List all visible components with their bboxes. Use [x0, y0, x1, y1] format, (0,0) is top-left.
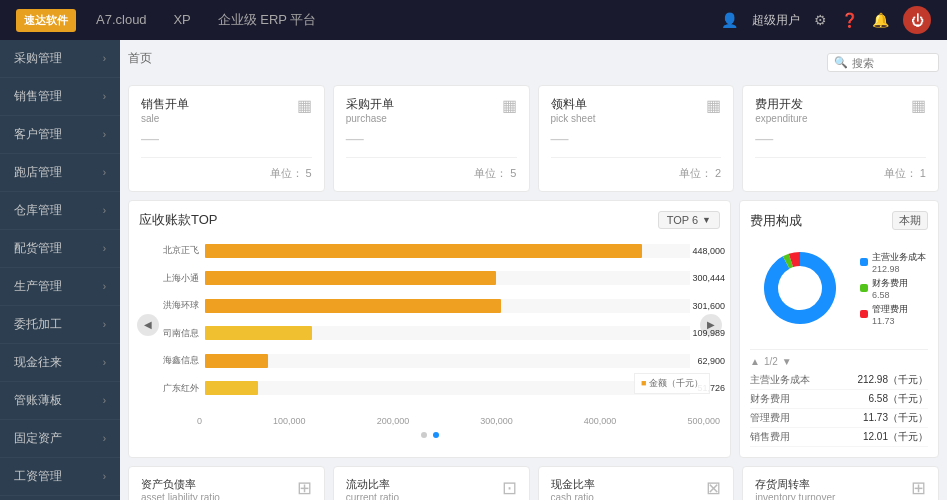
bar-label: 海鑫信息	[147, 354, 199, 367]
donut-svg	[750, 238, 850, 341]
card-subtitle: expenditure	[755, 113, 807, 124]
chart-prev-button[interactable]: ◀	[137, 314, 159, 336]
main-content: 首页 🔍 销售开单 sale ▦ — 单位： 5 采购开单 purchase ▦	[120, 40, 947, 500]
breadcrumb: 首页	[128, 48, 152, 69]
card-title: 费用开发	[755, 96, 807, 113]
card-dash: —	[141, 128, 312, 149]
card-subtitle: pick sheet	[551, 113, 596, 124]
username-label: 超级用户	[752, 12, 800, 29]
card-footer: 单位： 5	[346, 166, 517, 181]
app-logo: 速达软件	[16, 9, 76, 32]
legend-color-dot	[860, 258, 868, 266]
metric-title: 资产负债率	[141, 477, 220, 492]
top-cards-row: 销售开单 sale ▦ — 单位： 5 采购开单 purchase ▦ — 单位…	[128, 85, 939, 192]
metric-subtitle: asset liability ratio	[141, 492, 220, 500]
bar-value: 300,444	[692, 273, 725, 283]
sidebar-item-客户管理[interactable]: 客户管理›	[0, 116, 120, 154]
bar-row: 上海小通 300,444	[147, 267, 690, 289]
metric-header: 流动比率 current ratio ⊡	[346, 477, 517, 500]
bar-chart-header: 应收账款TOP TOP 6 ▼	[139, 211, 720, 229]
legend-color-dot	[860, 310, 868, 318]
donut-period-selector[interactable]: 本期	[892, 211, 928, 230]
metric-icon: ⊞	[911, 477, 926, 499]
card-divider	[346, 157, 517, 158]
card-divider	[141, 157, 312, 158]
donut-stat-row: 主营业务成本 212.98（千元）	[750, 371, 928, 390]
top-card-采购开单: 采购开单 purchase ▦ — 单位： 5	[333, 85, 530, 192]
card-icon: ▦	[706, 96, 721, 115]
main-layout: 采购管理›销售管理›客户管理›跑店管理›仓库管理›配货管理›生产管理›委托加工›…	[0, 40, 947, 500]
sidebar-item-配货管理[interactable]: 配货管理›	[0, 230, 120, 268]
chart-dot[interactable]	[433, 432, 439, 438]
bar-value: 62,900	[697, 356, 725, 366]
chart-dot[interactable]	[421, 432, 427, 438]
metric-title: 流动比率	[346, 477, 399, 492]
card-dash: —	[755, 128, 926, 149]
sidebar-label: 跑店管理	[14, 164, 62, 181]
bar-fill	[205, 354, 268, 368]
chart-legend: ■ 金额（千元）	[634, 373, 710, 394]
search-icon: 🔍	[834, 56, 848, 69]
stat-value: 12.01（千元）	[863, 430, 928, 444]
chevron-right-icon: ›	[103, 129, 106, 140]
card-dash: —	[551, 128, 722, 149]
donut-prev-icon[interactable]: ▲	[750, 356, 760, 367]
bar-container: 51,726	[205, 381, 690, 395]
donut-next-icon[interactable]: ▼	[782, 356, 792, 367]
chevron-right-icon: ›	[103, 357, 106, 368]
top-card-销售开单: 销售开单 sale ▦ — 单位： 5	[128, 85, 325, 192]
sidebar-item-管账薄板[interactable]: 管账薄板›	[0, 382, 120, 420]
metric-subtitle: inventory turnover	[755, 492, 835, 500]
sidebar-label: 采购管理	[14, 50, 62, 67]
header-icons: 👤 超级用户 ⚙ ❓ 🔔 ⏻	[721, 6, 931, 34]
notification-icon[interactable]: 🔔	[872, 12, 889, 28]
settings-icon[interactable]: ⚙	[814, 12, 827, 28]
sidebar-item-销售管理[interactable]: 销售管理›	[0, 78, 120, 116]
chevron-right-icon: ›	[103, 243, 106, 254]
bar-fill	[205, 299, 501, 313]
sidebar-item-工资管理[interactable]: 工资管理›	[0, 458, 120, 496]
sidebar-item-采购管理[interactable]: 采购管理›	[0, 40, 120, 78]
sidebar-label: 固定资产	[14, 430, 62, 447]
bar-container: 109,989	[205, 326, 690, 340]
dropdown-arrow-icon: ▼	[702, 215, 711, 225]
sidebar-item-出纳管理[interactable]: 出纳管理›	[0, 496, 120, 500]
sidebar-item-委托加工[interactable]: 委托加工›	[0, 306, 120, 344]
sidebar-item-固定资产[interactable]: 固定资产›	[0, 420, 120, 458]
sidebar-item-现金往来[interactable]: 现金往来›	[0, 344, 120, 382]
sidebar-label: 生产管理	[14, 278, 62, 295]
chart-filter-dropdown[interactable]: TOP 6 ▼	[658, 211, 720, 229]
bar-label: 广东红外	[147, 382, 199, 395]
user-icon[interactable]: 👤	[721, 12, 738, 28]
card-header: 销售开单 sale ▦	[141, 96, 312, 124]
sidebar-item-生产管理[interactable]: 生产管理›	[0, 268, 120, 306]
power-button[interactable]: ⏻	[903, 6, 931, 34]
sidebar-item-跑店管理[interactable]: 跑店管理›	[0, 154, 120, 192]
metric-header: 现金比率 cash ratio ⊠	[551, 477, 722, 500]
donut-divider	[750, 349, 928, 350]
card-header: 采购开单 purchase ▦	[346, 96, 517, 124]
x-axis-label: 0	[197, 416, 202, 426]
donut-header: 费用构成 本期	[750, 211, 928, 230]
sidebar: 采购管理›销售管理›客户管理›跑店管理›仓库管理›配货管理›生产管理›委托加工›…	[0, 40, 120, 500]
x-axis-label: 200,000	[377, 416, 410, 426]
donut-title: 费用构成	[750, 212, 802, 230]
legend-value: 212.98	[872, 264, 926, 274]
sidebar-item-仓库管理[interactable]: 仓库管理›	[0, 192, 120, 230]
legend-label: 财务费用	[872, 277, 908, 290]
stat-value: 11.73（千元）	[863, 411, 928, 425]
sidebar-label: 客户管理	[14, 126, 62, 143]
donut-legend: 主营业务成本 212.98 财务费用 6.58 管理费用 11.73	[860, 251, 926, 329]
x-axis-label: 500,000	[687, 416, 720, 426]
card-dash: —	[346, 128, 517, 149]
card-title: 领料单	[551, 96, 596, 113]
chart-dots	[139, 432, 720, 438]
search-input[interactable]	[852, 57, 932, 69]
card-icon: ▦	[911, 96, 926, 115]
bar-fill	[205, 271, 496, 285]
bar-label: 洪海环球	[147, 299, 199, 312]
sidebar-label: 现金往来	[14, 354, 62, 371]
chevron-right-icon: ›	[103, 91, 106, 102]
help-icon[interactable]: ❓	[841, 12, 858, 28]
sidebar-label: 销售管理	[14, 88, 62, 105]
